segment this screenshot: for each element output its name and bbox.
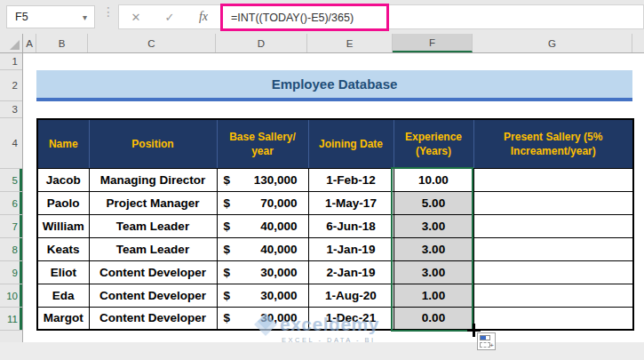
cell-E11[interactable]: 1-Dec-21 — [308, 307, 394, 330]
cell-D9[interactable]: $30,000 — [217, 260, 308, 284]
cell-E8[interactable]: 1-Jan-19 — [308, 237, 394, 260]
cell-D5[interactable]: $130,000 — [217, 168, 308, 191]
table-row: Margot Content Developer $30,000 1-Dec-2… — [37, 307, 633, 330]
column-header-C[interactable]: C — [88, 34, 216, 52]
currency-symbol: $ — [218, 173, 231, 187]
cell-F9[interactable]: 3.00 — [394, 260, 473, 284]
name-box[interactable]: F5 ▾ — [6, 5, 95, 28]
cell-C9[interactable]: Content Developer — [89, 260, 217, 284]
row-header-11[interactable]: 11 — [0, 308, 22, 331]
row-header-12[interactable] — [0, 331, 22, 342]
row-header-6[interactable]: 6 — [0, 192, 22, 215]
row-header-3[interactable]: 3 — [0, 101, 22, 118]
column-header-E[interactable]: E — [307, 34, 393, 52]
cell-E6[interactable]: 1-May-17 — [308, 191, 394, 214]
cell-F5-active[interactable]: 10.00 — [394, 168, 473, 191]
cell-B9[interactable]: Eliot — [37, 260, 89, 284]
auto-fill-options-button[interactable]: + — [477, 332, 496, 350]
name-box-dropdown-icon[interactable]: ▾ — [83, 12, 94, 22]
currency-symbol: $ — [218, 266, 231, 279]
formula-input[interactable]: =INT((TODAY()-E5)/365) — [223, 12, 354, 24]
currency-symbol: $ — [218, 243, 231, 256]
cell-G6[interactable] — [473, 191, 633, 214]
cell-E10[interactable]: 1-Aug-20 — [308, 284, 394, 307]
column-header-G[interactable]: G — [473, 34, 632, 52]
table-row: Keats Team Leader $40,000 1-Jan-19 3.00 — [37, 237, 633, 260]
bottom-gray-area — [0, 342, 644, 360]
row-header-5[interactable]: 5 — [0, 169, 22, 192]
cell-E5[interactable]: 1-Feb-12 — [308, 168, 394, 191]
row-header-1[interactable]: 1 — [0, 53, 22, 70]
select-all-button[interactable] — [0, 34, 23, 52]
table-row: Paolo Project Manager $70,000 1-May-17 5… — [37, 191, 633, 214]
cell-F11[interactable]: 0.00 — [394, 307, 473, 330]
cell-B5[interactable]: Jacob — [37, 168, 89, 191]
cell-C7[interactable]: Team Leader — [89, 214, 217, 237]
cell-E7[interactable]: 6-Jun-18 — [308, 214, 394, 237]
currency-symbol: $ — [218, 220, 231, 233]
row-header-10[interactable]: 10 — [0, 284, 22, 308]
cell-B10[interactable]: Eda — [37, 284, 89, 307]
table-row: William Team Leader $40,000 6-Jun-18 3.0… — [37, 214, 633, 237]
header-position[interactable]: Position — [89, 119, 217, 168]
column-header-A[interactable]: A — [23, 34, 36, 52]
column-header-B[interactable]: B — [36, 34, 88, 52]
table-row: Eda Content Developer $30,000 1-Aug-20 1… — [37, 284, 633, 307]
row-header-7[interactable]: 7 — [0, 215, 22, 238]
formula-highlight-box: =INT((TODAY()-E5)/365) — [220, 4, 389, 31]
spreadsheet-window: F5 ▾ ⋮ ✕ ✓ fx =INT((TODAY()-E5)/365) A B… — [0, 0, 644, 360]
cancel-icon[interactable]: ✕ — [119, 11, 153, 24]
header-base-salary[interactable]: Base Sallery/ year — [217, 119, 308, 168]
formula-bar: ✕ ✓ fx =INT((TODAY()-E5)/365) — [118, 4, 644, 29]
cell-C11[interactable]: Content Developer — [89, 307, 217, 330]
cell-D7[interactable]: $40,000 — [217, 214, 308, 237]
row-header-strip: 1 2 3 4 5 6 7 8 9 10 11 — [0, 53, 23, 342]
cell-F10[interactable]: 1.00 — [394, 284, 473, 307]
cell-D6[interactable]: $70,000 — [217, 191, 308, 214]
header-joining-date[interactable]: Joining Date — [308, 119, 394, 168]
autofill-plus-icon: + — [489, 342, 494, 349]
cell-G8[interactable] — [473, 237, 633, 260]
table-row: Eliot Content Developer $30,000 2-Jan-19… — [37, 260, 633, 284]
cell-C6[interactable]: Project Manager — [89, 191, 217, 214]
cell-B7[interactable]: William — [37, 214, 89, 237]
row-header-4[interactable]: 4 — [0, 118, 22, 169]
cell-B11[interactable]: Margot — [37, 307, 89, 330]
cell-C8[interactable]: Team Leader — [89, 237, 217, 260]
column-header-F[interactable]: F — [393, 34, 473, 52]
cell-G9[interactable] — [473, 260, 633, 284]
table-header-row: Name Position Base Sallery/ year Joining… — [37, 119, 633, 168]
select-all-triangle-icon — [10, 40, 20, 50]
row-header-2[interactable]: 2 — [0, 70, 22, 101]
cell-B6[interactable]: Paolo — [37, 191, 89, 214]
cell-E9[interactable]: 2-Jan-19 — [308, 260, 394, 284]
cell-G10[interactable] — [473, 284, 633, 307]
currency-symbol: $ — [218, 196, 231, 210]
cell-F6[interactable]: 5.00 — [394, 191, 473, 214]
cell-C5[interactable]: Managing Director — [89, 168, 217, 191]
cell-G5[interactable] — [473, 168, 633, 191]
cell-G11[interactable] — [473, 307, 633, 330]
header-experience[interactable]: Experience (Years) — [394, 119, 473, 168]
row-header-9[interactable]: 9 — [0, 261, 22, 284]
cell-F7[interactable]: 3.00 — [394, 214, 473, 237]
header-present-salary[interactable]: Present Sallery (5% Increament/year) — [473, 119, 633, 168]
formula-bar-row: F5 ▾ ⋮ ✕ ✓ fx =INT((TODAY()-E5)/365) — [0, 0, 644, 34]
column-header-strip: A B C D E F G — [0, 34, 644, 53]
cell-G7[interactable] — [473, 214, 633, 237]
insert-function-icon[interactable]: fx — [187, 10, 220, 24]
cell-D11[interactable]: $30,000 — [217, 307, 308, 330]
cell-D8[interactable]: $40,000 — [217, 237, 308, 260]
currency-symbol: $ — [218, 311, 231, 324]
column-header-D[interactable]: D — [216, 34, 307, 52]
cell-D10[interactable]: $30,000 — [217, 284, 308, 307]
cell-F8[interactable]: 3.00 — [394, 237, 473, 260]
cell-C10[interactable]: Content Developer — [89, 284, 217, 307]
header-name[interactable]: Name — [37, 119, 89, 168]
currency-symbol: $ — [218, 289, 231, 302]
merged-title-cell[interactable]: Employee Database — [36, 70, 632, 101]
enter-icon[interactable]: ✓ — [153, 11, 187, 24]
cell-B8[interactable]: Keats — [37, 237, 89, 260]
employee-table: Name Position Base Sallery/ year Joining… — [36, 118, 634, 331]
row-header-8[interactable]: 8 — [0, 238, 22, 261]
